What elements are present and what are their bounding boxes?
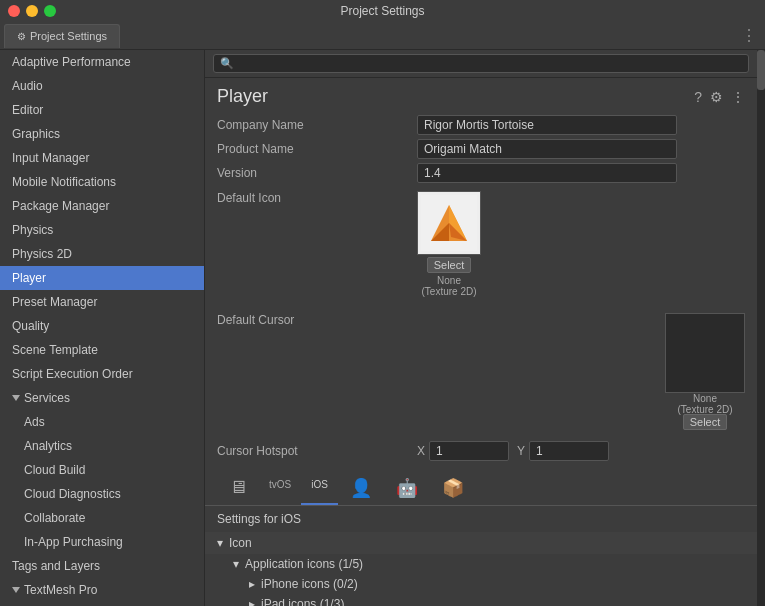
sidebar-item-graphics[interactable]: Graphics (0, 122, 204, 146)
cursor-none-box: None (Texture 2D) Select (665, 313, 745, 429)
close-button[interactable] (8, 5, 20, 17)
sidebar-item-cloud-build[interactable]: Cloud Build (0, 458, 204, 482)
iphone-icons-triangle: ▸ (249, 577, 255, 591)
sidebar-item-collaborate[interactable]: Collaborate (0, 506, 204, 530)
tab-label: Project Settings (30, 30, 107, 42)
services-expand-icon (12, 395, 20, 401)
search-icon: 🔍 (220, 57, 234, 70)
help-icon[interactable]: ? (694, 89, 702, 105)
hotspot-y-group: Y (517, 441, 609, 461)
search-input[interactable] (238, 58, 742, 70)
company-name-input[interactable] (417, 115, 677, 135)
product-name-row: Product Name (217, 139, 745, 159)
sidebar-item-mobile-notifications[interactable]: Mobile Notifications (0, 170, 204, 194)
gear-icon: ⚙ (17, 31, 26, 42)
sidebar-item-audio[interactable]: Audio (0, 74, 204, 98)
player-title: Player (217, 86, 268, 107)
main-layout: Adaptive Performance Audio Editor Graphi… (0, 50, 765, 606)
right-scrollbar[interactable] (757, 50, 765, 606)
sidebar-item-physics[interactable]: Physics (0, 218, 204, 242)
settings-for-label: Settings for iOS (205, 506, 757, 532)
cursor-hotspot-row: Cursor Hotspot X Y (205, 437, 757, 469)
settings-icon[interactable]: ⚙ (710, 89, 723, 105)
more-icon[interactable]: ⋮ (731, 89, 745, 105)
sidebar-item-textmesh-pro[interactable]: TextMesh Pro (0, 578, 204, 602)
ipad-icons-triangle: ▸ (249, 597, 255, 606)
iphone-icons-item[interactable]: ▸ iPhone icons (0/2) (205, 574, 757, 594)
platform-tab-other[interactable]: 📦 (430, 473, 476, 505)
sidebar-item-player[interactable]: Player (0, 266, 204, 290)
platform-tab-webgl[interactable]: 👤 (338, 473, 384, 505)
icon-select-button[interactable]: Select (427, 257, 472, 273)
version-input[interactable] (417, 163, 677, 183)
window-title: Project Settings (340, 4, 424, 18)
ipad-icons-label: iPad icons (1/3) (261, 597, 344, 606)
fields-area: Company Name Product Name Version Defaul… (205, 111, 757, 309)
hotspot-y-input[interactable] (529, 441, 609, 461)
player-header: Player ? ⚙ ⋮ (205, 78, 757, 111)
content-area: 🔍 Player ? ⚙ ⋮ Company Name Product Name (205, 50, 757, 606)
sidebar-item-tags-and-layers[interactable]: Tags and Layers (0, 554, 204, 578)
sidebar-item-cloud-diagnostics[interactable]: Cloud Diagnostics (0, 482, 204, 506)
tab-menu-dots[interactable]: ⋮ (741, 26, 757, 45)
platform-tab-android[interactable]: 🤖 (384, 473, 430, 505)
sidebar-item-preset-manager[interactable]: Preset Manager (0, 290, 204, 314)
platform-tab-tvos[interactable]: tvOS (259, 473, 301, 505)
platform-tabs: 🖥 tvOS iOS 👤 🤖 📦 (205, 469, 757, 506)
hotspot-y-label: Y (517, 444, 525, 458)
sidebar-item-in-app-purchasing[interactable]: In-App Purchasing (0, 530, 204, 554)
platform-tab-desktop[interactable]: 🖥 (217, 473, 259, 505)
tab-bar: ⚙ Project Settings ⋮ (0, 22, 765, 50)
sidebar-item-package-manager[interactable]: Package Manager (0, 194, 204, 218)
title-bar: Project Settings (0, 0, 765, 22)
icon-section-triangle: ▾ (217, 536, 223, 550)
iphone-icons-label: iPhone icons (0/2) (261, 577, 358, 591)
ios-panel: Settings for iOS ▾ Icon ▾ Application ic… (205, 506, 757, 606)
textmesh-expand-icon (12, 587, 20, 593)
sidebar-item-services[interactable]: Services (0, 386, 204, 410)
default-icon-row: Default Icon (217, 187, 745, 297)
traffic-lights (8, 5, 56, 17)
sidebar-item-scene-template[interactable]: Scene Template (0, 338, 204, 362)
company-name-row: Company Name (217, 115, 745, 135)
cursor-none-label: None (665, 393, 745, 404)
sidebar-item-script-execution-order[interactable]: Script Execution Order (0, 362, 204, 386)
icon-section-header[interactable]: ▾ Icon (205, 532, 757, 554)
maximize-button[interactable] (44, 5, 56, 17)
minimize-button[interactable] (26, 5, 38, 17)
sidebar-item-adaptive-performance[interactable]: Adaptive Performance (0, 50, 204, 74)
sidebar-item-physics-2d[interactable]: Physics 2D (0, 242, 204, 266)
product-name-input[interactable] (417, 139, 677, 159)
ipad-icons-item[interactable]: ▸ iPad icons (1/3) (205, 594, 757, 606)
project-settings-tab[interactable]: ⚙ Project Settings (4, 24, 120, 48)
version-label: Version (217, 166, 417, 180)
hotspot-x-label: X (417, 444, 425, 458)
hotspot-x-group: X (417, 441, 509, 461)
sidebar-item-input-manager[interactable]: Input Manager (0, 146, 204, 170)
sidebar-item-textmesh-settings[interactable]: Settings (0, 602, 204, 606)
sidebar-item-ads[interactable]: Ads (0, 410, 204, 434)
company-name-label: Company Name (217, 118, 417, 132)
icon-texture-label: (Texture 2D) (417, 286, 481, 297)
sidebar-item-editor[interactable]: Editor (0, 98, 204, 122)
sidebar: Adaptive Performance Audio Editor Graphi… (0, 50, 205, 606)
icon-preview-box[interactable] (417, 191, 481, 255)
search-wrap: 🔍 (213, 54, 749, 73)
sidebar-item-analytics[interactable]: Analytics (0, 434, 204, 458)
default-icon-area: Select None (Texture 2D) (417, 191, 481, 297)
cursor-select-button[interactable]: Select (683, 414, 728, 430)
cursor-label: Default Cursor (217, 313, 417, 327)
application-icons-item[interactable]: ▾ Application icons (1/5) (205, 554, 757, 574)
cursor-hotspot-label: Cursor Hotspot (217, 444, 417, 458)
search-bar: 🔍 (205, 50, 757, 78)
application-icons-label: Application icons (1/5) (245, 557, 363, 571)
header-icons: ? ⚙ ⋮ (694, 89, 745, 105)
hotspot-x-input[interactable] (429, 441, 509, 461)
application-icons-triangle: ▾ (233, 557, 239, 571)
sidebar-item-quality[interactable]: Quality (0, 314, 204, 338)
icon-none-label: None (417, 275, 481, 286)
platform-tab-ios[interactable]: iOS (301, 473, 338, 505)
product-name-label: Product Name (217, 142, 417, 156)
icon-section: ▾ Icon ▾ Application icons (1/5) ▸ iPhon… (205, 532, 757, 606)
version-row: Version (217, 163, 745, 183)
